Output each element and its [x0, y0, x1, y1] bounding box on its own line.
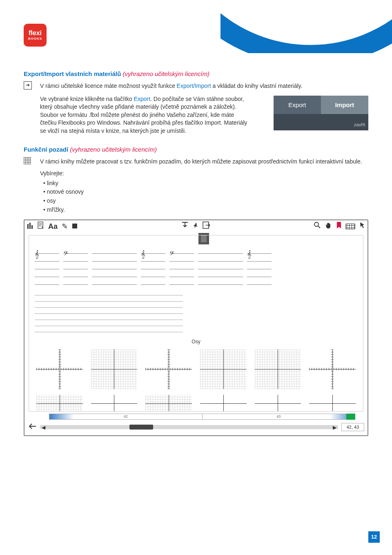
export-import-link: Export/Import	[177, 83, 211, 89]
section2-list: linky notové osnovy osy mřížky.	[40, 179, 368, 214]
axes-grid-small[interactable]	[35, 393, 85, 412]
axes-grid[interactable]	[198, 348, 248, 391]
section2-title: Funkční pozadí (vyhrazeno učitelským lic…	[24, 145, 368, 154]
ruler-marker[interactable]	[346, 414, 355, 420]
page-indicator[interactable]: 42, 43	[341, 423, 364, 431]
axes-plain[interactable]	[35, 348, 85, 391]
export-link: Export	[134, 96, 150, 102]
app-toolbar: Aa ✎	[24, 220, 368, 233]
section1-title-note: (vyhrazeno učitelským licencím)	[123, 70, 210, 77]
flexibooks-logo: flexi BOOKS	[24, 24, 47, 47]
section2-p1: V rámci knihy můžete pracovat s tzv. fun…	[40, 158, 368, 166]
pencil-icon[interactable]: ✎	[62, 222, 68, 232]
axes-row-small	[35, 393, 357, 412]
hand-icon[interactable]	[325, 222, 332, 232]
card-export-tab[interactable]: Export	[274, 96, 321, 114]
axes-small[interactable]	[253, 393, 303, 412]
list-item: mřížky.	[43, 206, 368, 214]
app-body: Osy	[29, 235, 363, 412]
text-tool[interactable]: Aa	[48, 222, 58, 232]
bass-staff[interactable]	[169, 251, 194, 290]
logo-main: flexi	[29, 30, 42, 36]
card-import-tab[interactable]: Import	[321, 96, 368, 114]
bass-line-stack[interactable]	[35, 294, 183, 337]
section1-p1: V rámci učitelské licence máte možnost v…	[40, 82, 368, 90]
section2-select-label: Vybírejte:	[40, 170, 368, 178]
bookmark-icon[interactable]	[336, 222, 341, 232]
download-icon[interactable]	[181, 222, 189, 232]
plain-lines[interactable]	[92, 251, 137, 290]
treble-staff[interactable]	[247, 251, 272, 290]
list-item: osy	[43, 197, 368, 205]
export-icon	[24, 81, 32, 90]
list-item: linky	[43, 179, 368, 188]
osy-label: Osy	[35, 338, 357, 345]
app-bottom-bar: ◀ ▶ 42, 43	[28, 422, 364, 432]
header-swoosh	[220, 0, 392, 53]
axes-grid[interactable]	[253, 348, 303, 391]
svg-rect-3	[38, 222, 43, 228]
staff-row	[35, 251, 357, 290]
section2-title-note: (vyhrazeno učitelským licencím)	[70, 146, 157, 153]
page-number-badge: 12	[368, 531, 380, 543]
axes-grid[interactable]	[89, 348, 139, 391]
axes-plain[interactable]	[144, 348, 194, 391]
axes-small[interactable]	[198, 393, 248, 412]
cursor-icon[interactable]	[359, 222, 365, 232]
scroll-left-icon[interactable]: ◀	[42, 424, 45, 431]
axes-small[interactable]	[89, 393, 139, 412]
treble-staff[interactable]	[35, 251, 59, 290]
keyboard-icon[interactable]	[345, 224, 355, 229]
section2-title-main: Funkční pozadí	[24, 146, 68, 153]
search-icon[interactable]	[314, 222, 321, 232]
axes-plain[interactable]	[307, 348, 357, 391]
axes-row	[35, 348, 357, 391]
svg-point-6	[314, 222, 318, 226]
section1-title: Export/Import vlastních materiálů (vyhra…	[24, 69, 368, 78]
ruler-left-page: 42	[124, 414, 128, 418]
pin-icon[interactable]	[193, 222, 198, 232]
axes-small[interactable]	[307, 393, 357, 412]
scroll-thumb[interactable]	[129, 425, 153, 430]
export-arrow-icon[interactable]	[203, 222, 210, 232]
grid-icon	[24, 157, 31, 164]
section1-p2: Ve vybrané knize klikněte na tlačítko Ex…	[40, 95, 248, 135]
axes-grid-small[interactable]	[144, 393, 194, 412]
page-ruler[interactable]: 42 43	[49, 414, 355, 420]
svg-rect-4	[72, 224, 77, 228]
back-arrow-icon[interactable]	[28, 422, 37, 432]
section1-title-main: Export/Import vlastních materiálů	[24, 70, 121, 77]
app-screenshot: Aa ✎	[24, 219, 368, 436]
bars-icon[interactable]	[27, 222, 33, 232]
svg-rect-0	[27, 224, 29, 229]
export-import-card: Export Import zavřít	[274, 96, 368, 130]
stop-icon[interactable]	[72, 222, 78, 232]
note-page-icon[interactable]	[38, 222, 44, 232]
list-item: notové osnovy	[43, 188, 368, 196]
plain-lines[interactable]	[198, 251, 243, 290]
logo-sub: BOOKS	[28, 37, 42, 40]
card-close[interactable]: zavřít	[354, 122, 365, 128]
scrollbar[interactable]: ◀ ▶	[40, 425, 338, 429]
svg-rect-1	[29, 223, 31, 229]
svg-rect-2	[31, 225, 33, 229]
treble-staff[interactable]	[141, 251, 165, 290]
scroll-right-icon[interactable]: ▶	[333, 424, 336, 431]
bass-staff[interactable]	[63, 251, 88, 290]
ruler-right-page: 43	[276, 414, 281, 418]
